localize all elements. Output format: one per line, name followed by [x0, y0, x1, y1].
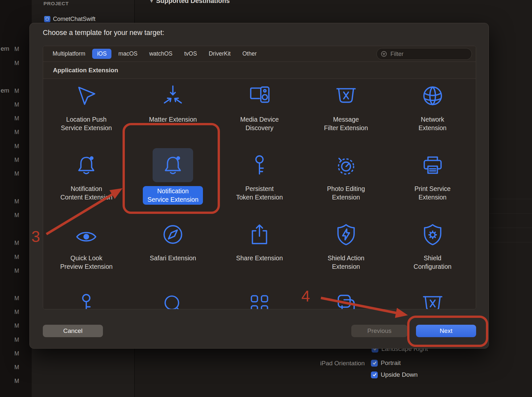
template-grid: Location Push Service Extension Matter E… — [43, 79, 476, 309]
template-label: Quick Look Preview Extension — [60, 254, 112, 271]
supported-destinations-label: Supported Destinations — [156, 0, 230, 5]
share-icon — [239, 217, 280, 251]
template-item[interactable]: Persistent Token Extension — [216, 148, 303, 217]
app-library-icon — [239, 287, 280, 309]
template-item-selected[interactable]: Notification Service Extension — [130, 148, 216, 217]
location-push-icon — [66, 79, 107, 113]
upside-down-row: Upside Down — [371, 371, 418, 378]
modified-file-badge: M — [14, 322, 19, 329]
new-target-template-dialog: Choose a template for your new target: M… — [29, 23, 489, 349]
tab-other[interactable]: Other — [238, 49, 262, 59]
checkbox-portrait[interactable] — [371, 360, 378, 367]
matter-icon — [153, 79, 193, 113]
template-label: Message Filter Extension — [324, 115, 368, 132]
filter-field[interactable] — [376, 48, 472, 60]
template-item[interactable] — [43, 287, 130, 309]
template-label: Safari Extension — [150, 254, 196, 263]
bell-icon — [153, 148, 193, 182]
chevron-down-icon[interactable]: ▾ — [150, 0, 153, 4]
template-item[interactable]: Location Push Service Extension — [43, 79, 130, 148]
template-label: Shield Configuration — [414, 254, 452, 271]
modified-file-badge: M — [14, 198, 19, 205]
template-item[interactable]: Shield Configuration — [389, 217, 476, 287]
screen: em em M M M M M M M M M M M M M M M M M … — [0, 0, 532, 397]
section-header-label: Application Extension — [53, 67, 118, 74]
tab-macos[interactable]: macOS — [113, 49, 142, 59]
tab-ios[interactable]: iOS — [92, 49, 111, 59]
search-icon — [153, 287, 193, 309]
next-button[interactable]: Next — [416, 325, 476, 337]
template-item[interactable]: Media Device Discovery — [216, 79, 303, 148]
template-item[interactable] — [216, 287, 303, 309]
table-row-divider — [489, 213, 532, 214]
tab-watchos[interactable]: watchOS — [144, 49, 177, 59]
modified-file-badge: M — [14, 212, 19, 219]
modified-file-badge: M — [14, 309, 19, 316]
tab-multiplatform[interactable]: Multiplatform — [48, 49, 90, 59]
template-item[interactable] — [130, 287, 216, 309]
template-item[interactable]: Network Extension — [389, 79, 476, 148]
template-item[interactable]: Message Filter Extension — [303, 79, 389, 148]
template-label: Media Device Discovery — [240, 115, 279, 132]
project-name: CometChatSwift — [53, 16, 95, 23]
modified-file-badge: M — [14, 46, 19, 53]
compass-icon — [153, 217, 193, 251]
table-row-divider — [489, 199, 532, 199]
checkbox-upside-down[interactable] — [371, 371, 378, 378]
printer-icon — [412, 148, 453, 182]
modified-file-badge: M — [14, 88, 19, 95]
project-section-label: PROJECT — [43, 1, 69, 7]
template-item[interactable]: Quick Look Preview Extension — [43, 217, 130, 287]
project-row[interactable]: CometChatSwift — [44, 16, 95, 23]
template-item[interactable]: Share Extension — [216, 217, 303, 287]
template-item[interactable] — [303, 287, 389, 309]
modified-file-badge: M — [14, 254, 19, 261]
portrait-row: Portrait — [371, 359, 401, 367]
template-label: Photo Editing Extension — [327, 185, 365, 201]
template-label: Network Extension — [419, 115, 447, 132]
modified-file-badge: M — [14, 101, 19, 108]
template-item[interactable]: Matter Extension — [130, 79, 216, 148]
template-label: Shield Action Extension — [327, 254, 364, 271]
template-item[interactable]: Print Service Extension — [389, 148, 476, 217]
tab-tvos[interactable]: tvOS — [179, 49, 202, 59]
media-device-icon — [239, 79, 280, 113]
modified-file-badge: M — [14, 350, 19, 357]
filename-fragment: em — [1, 87, 9, 94]
dial-icon — [326, 148, 366, 182]
table-row-divider — [489, 228, 532, 228]
modified-file-badge: M — [14, 268, 19, 274]
modified-file-badge: M — [14, 295, 19, 302]
supported-destinations-header: ▾ Supported Destinations — [150, 0, 230, 5]
template-label-selected: Notification Service Extension — [143, 186, 203, 205]
bell-icon — [66, 148, 107, 182]
template-label: Persistent Token Extension — [236, 185, 283, 201]
template-item[interactable]: Notification Content Extension — [43, 148, 130, 217]
template-item[interactable]: Shield Action Extension — [303, 217, 389, 287]
key-icon — [239, 148, 280, 182]
filename-fragment: em — [1, 45, 9, 52]
scene-icon — [326, 287, 366, 309]
template-label: Notification Content Extension — [60, 185, 112, 201]
template-item[interactable]: Photo Editing Extension — [303, 148, 389, 217]
template-item[interactable] — [389, 287, 476, 309]
modified-file-badge: M — [14, 129, 19, 136]
shield-bolt-icon — [326, 217, 366, 251]
modified-file-badge: M — [14, 337, 19, 343]
template-label: Location Push Service Extension — [61, 115, 112, 132]
cancel-button[interactable]: Cancel — [43, 325, 103, 337]
filter-icon — [381, 50, 387, 58]
previous-button[interactable]: Previous — [351, 325, 407, 337]
globe-icon — [412, 79, 453, 113]
app-target-icon — [44, 16, 50, 22]
modified-file-badge: M — [14, 240, 19, 247]
checkbox-label: Upside Down — [381, 371, 418, 378]
template-item[interactable]: Safari Extension — [130, 217, 216, 287]
modified-file-badge: M — [14, 143, 19, 150]
tab-driverkit[interactable]: DriverKit — [204, 49, 236, 59]
template-label: Share Extension — [236, 254, 283, 263]
filter-input[interactable] — [390, 50, 468, 58]
filter-basket-icon — [326, 79, 366, 113]
dialog-title: Choose a template for your new target: — [43, 29, 164, 37]
modified-file-badge: M — [14, 378, 19, 385]
